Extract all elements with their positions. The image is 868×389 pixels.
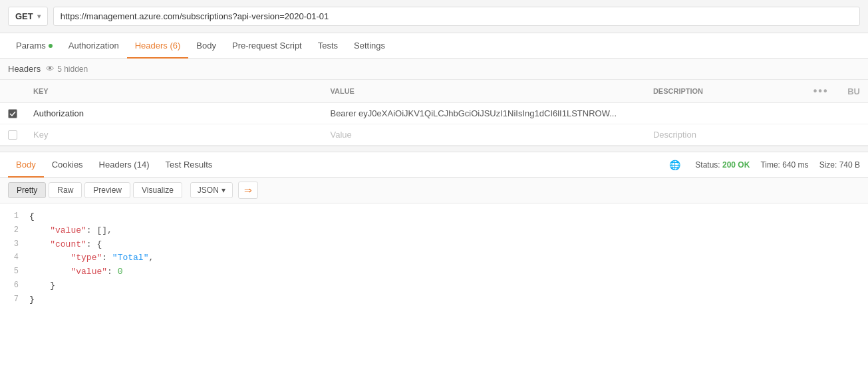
code-line-7: 7 }	[8, 293, 860, 307]
url-bar: GET ▾	[0, 0, 868, 33]
response-toolbar: Pretty Raw Preview Visualize JSON ▾ ⇒	[0, 178, 868, 203]
line-num-3: 3	[8, 238, 19, 252]
status-value: 200 OK	[722, 160, 750, 170]
tab-tests[interactable]: Tests	[310, 34, 346, 59]
headers-table: KEY VALUE DESCRIPTION ••• Bu Authorizati…	[0, 80, 868, 146]
row-actions-cell[interactable]	[805, 103, 840, 124]
tab-settings-label: Settings	[354, 41, 385, 51]
col-desc-header: DESCRIPTION	[645, 80, 805, 103]
format-chevron-icon: ▾	[221, 186, 225, 195]
placeholder-desc: Description	[653, 130, 696, 140]
check-icon	[9, 110, 16, 117]
col-value-header: VALUE	[322, 80, 645, 103]
tab-tests-label: Tests	[318, 41, 338, 51]
response-tab-headers-label: Headers (14)	[99, 160, 150, 170]
method-selector[interactable]: GET ▾	[8, 7, 48, 26]
row-checkbox-cell[interactable]	[0, 103, 25, 124]
row-key-cell[interactable]: Authorization	[25, 103, 322, 124]
response-tab-cookies-label: Cookies	[52, 160, 83, 170]
line-content-2: "value": [],	[29, 224, 112, 238]
params-dot	[49, 44, 53, 48]
row-value-cell[interactable]: Bearer eyJ0eXAiOiJKV1QiLCJhbGciOiJSUzI1N…	[322, 103, 645, 124]
tab-settings[interactable]: Settings	[346, 34, 393, 59]
code-line-3: 3 "count": {	[8, 238, 860, 252]
line-content-5: "value": 0	[29, 265, 122, 279]
placeholder-value: Value	[330, 130, 351, 140]
code-line-6: 6 }	[8, 279, 860, 293]
view-visualize-button[interactable]: Visualize	[133, 182, 182, 198]
view-pretty-button[interactable]: Pretty	[8, 182, 46, 198]
response-tabs: Body Cookies Headers (14) Test Results 🌐…	[0, 152, 868, 178]
placeholder-value-cell[interactable]: Value	[322, 124, 645, 146]
placeholder-checkbox	[0, 124, 25, 146]
line-num-7: 7	[8, 293, 19, 307]
response-tabs-left: Body Cookies Headers (14) Test Results	[8, 153, 220, 177]
bulk-edit-icon[interactable]: Bu	[847, 86, 860, 96]
response-time: Time: 640 ms	[760, 160, 808, 170]
view-preview-button[interactable]: Preview	[84, 182, 130, 198]
tab-prerequest[interactable]: Pre-request Script	[224, 34, 310, 59]
tab-authorization-label: Authorization	[69, 41, 119, 51]
table-row-placeholder: Key Value Description	[0, 124, 868, 146]
line-num-4: 4	[8, 251, 19, 265]
code-line-1: 1 {	[8, 210, 860, 224]
checkbox-checked[interactable]	[8, 109, 17, 118]
checkbox-empty[interactable]	[8, 130, 17, 140]
table-row: Authorization Bearer eyJ0eXAiOiJKV1QiLCJ…	[0, 103, 868, 124]
row-desc-cell[interactable]	[645, 103, 805, 124]
response-meta: 🌐 Status: 200 OK Time: 640 ms Size: 740 …	[669, 160, 860, 170]
method-label: GET	[15, 11, 33, 21]
placeholder-key: Key	[33, 130, 48, 140]
code-line-2: 2 "value": [],	[8, 224, 860, 238]
line-content-1: {	[29, 210, 35, 224]
line-num-1: 1	[8, 210, 19, 224]
response-tab-test-results[interactable]: Test Results	[157, 153, 220, 178]
wrap-button[interactable]: ⇒	[238, 182, 258, 199]
request-tabs: Params Authorization Headers (6) Body Pr…	[0, 33, 868, 59]
code-line-5: 5 "value": 0	[8, 265, 860, 279]
col-key-header: KEY	[25, 80, 322, 103]
eye-icon: 👁	[46, 64, 55, 74]
tab-headers-label: Headers (6)	[135, 41, 181, 51]
placeholder-desc-cell[interactable]: Description	[645, 124, 805, 146]
col-bulk-header: Bu	[839, 80, 868, 103]
response-size: Size: 740 B	[819, 160, 860, 170]
code-line-4: 4 "type": "Total",	[8, 251, 860, 265]
code-area: 1 { 2 "value": [], 3 "count": { 4 "type"…	[0, 203, 868, 314]
chevron-down-icon: ▾	[37, 13, 41, 20]
line-content-3: "count": {	[29, 238, 102, 252]
tab-headers[interactable]: Headers (6)	[127, 34, 189, 59]
tab-prerequest-label: Pre-request Script	[232, 41, 302, 51]
response-tab-headers[interactable]: Headers (14)	[91, 153, 158, 178]
response-tab-body-label: Body	[16, 160, 36, 170]
section-divider	[0, 146, 868, 152]
hidden-count: 5 hidden	[57, 65, 88, 74]
tab-authorization[interactable]: Authorization	[61, 34, 127, 59]
hidden-toggle[interactable]: 👁 5 hidden	[46, 64, 88, 74]
placeholder-key-cell[interactable]: Key	[25, 124, 322, 146]
line-content-7: }	[29, 293, 35, 307]
globe-icon: 🌐	[669, 160, 680, 170]
response-tab-body[interactable]: Body	[8, 153, 44, 178]
tab-body[interactable]: Body	[188, 34, 224, 59]
line-content-4: "type": "Total",	[29, 251, 154, 265]
wrap-icon: ⇒	[244, 185, 252, 195]
col-check	[0, 80, 25, 103]
line-num-5: 5	[8, 265, 19, 279]
line-num-6: 6	[8, 279, 19, 293]
format-label: JSON	[198, 186, 219, 195]
url-input[interactable]	[53, 7, 860, 26]
response-status: Status: 200 OK	[695, 160, 750, 170]
tab-params[interactable]: Params	[8, 34, 61, 59]
more-options-icon[interactable]: •••	[813, 85, 829, 96]
format-selector[interactable]: JSON ▾	[190, 182, 233, 198]
response-tab-test-label: Test Results	[165, 160, 212, 170]
view-raw-button[interactable]: Raw	[49, 182, 82, 198]
line-content-6: }	[29, 279, 55, 293]
row-bulk-cell	[839, 103, 868, 124]
headers-subheader: Headers 👁 5 hidden	[0, 59, 868, 80]
row-value: Bearer eyJ0eXAiOiJKV1QiLCJhbGciOiJSUzI1N…	[330, 108, 617, 118]
response-tab-cookies[interactable]: Cookies	[44, 153, 91, 178]
placeholder-bulk	[839, 124, 868, 146]
placeholder-actions	[805, 124, 840, 146]
